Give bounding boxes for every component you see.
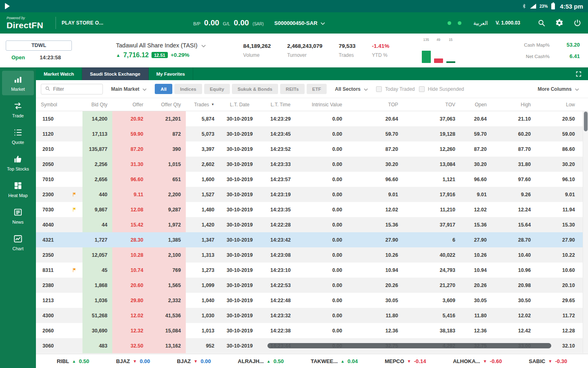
filter-button-etf[interactable]: ETF <box>307 84 327 94</box>
search-icon[interactable] <box>537 19 546 27</box>
cell-top: 12.36 <box>347 323 403 338</box>
cell-top: 20.64 <box>347 111 403 126</box>
tab-saudi-stock-exchange[interactable]: Saudi Stock Exchange <box>82 67 148 80</box>
symbol-label: 2060 <box>42 328 54 334</box>
column-header-intrinsic[interactable]: Intrinsic Value <box>301 98 347 111</box>
ticker-item-sabic[interactable]: SABIC▼-0.30 <box>529 358 567 364</box>
horizontal-scrollbar[interactable] <box>267 343 551 348</box>
ticker-item-mepco[interactable]: MEPCO▼-0.14 <box>385 358 426 364</box>
mini-chart-bar <box>434 58 443 63</box>
table-row-8311[interactable]: 83114510.747691,27330-10-201914:23:100.0… <box>36 263 588 278</box>
cell-symbol: 2010 <box>36 141 82 157</box>
sidebar-item-news[interactable]: News <box>2 204 34 228</box>
table-row-2380[interactable]: 23801,86820.601,5651,09930-10-201914:22:… <box>36 278 588 293</box>
sidebar-item-market[interactable]: Market <box>2 71 34 95</box>
column-header-lt_date[interactable]: L.T. Date <box>219 98 260 111</box>
column-header-open[interactable]: Open <box>460 98 492 111</box>
column-header-lt_time[interactable]: L.T. Time <box>260 98 301 111</box>
table-row-1213[interactable]: 12131,03629.802,3321,04030-10-201914:22:… <box>36 293 588 308</box>
account-number: S000000450-SAR <box>274 20 318 26</box>
filter-search[interactable] <box>41 84 103 94</box>
table-row-4300[interactable]: 430051,26812.0241,5361,03030-10-201914:2… <box>36 308 588 323</box>
ticker-item-ribl[interactable]: RIBL▲0.50 <box>57 358 89 364</box>
table-row-4321[interactable]: 43211,72728.301,3851,34730-10-201914:23:… <box>36 232 588 247</box>
exchange-button[interactable]: TDWL <box>6 40 72 51</box>
cell-top: 96.60 <box>347 172 403 187</box>
column-header-offer[interactable]: Offer <box>112 98 148 111</box>
cell-high: 10.96 <box>492 263 536 278</box>
column-header-high[interactable]: High <box>492 98 536 111</box>
cell-lt_date: 30-10-2019 <box>219 141 260 157</box>
ticker-item-alrajh[interactable]: ALRAJH...▲0.50 <box>238 358 284 364</box>
account-selector[interactable]: S000000450-SAR <box>274 20 325 26</box>
table-row-2350[interactable]: 235012,05710.282,1001,31330-10-201914:23… <box>36 247 588 263</box>
table-row-1120[interactable]: 112017,11359.908725,07330-10-201914:23:4… <box>36 126 588 141</box>
scrollbar-thumb[interactable] <box>584 112 588 131</box>
cell-offer_qty: 15,084 <box>148 323 186 338</box>
settings-gear-icon[interactable] <box>555 19 564 27</box>
column-header-top[interactable]: TOP <box>347 98 403 111</box>
cell-high: 97.60 <box>492 172 536 187</box>
column-header-low[interactable]: Low <box>536 98 580 111</box>
column-header-offer_qty[interactable]: Offer Qty <box>148 98 186 111</box>
ticker-item-bjaz[interactable]: BJAZ▼0.00 <box>177 358 211 364</box>
tab-market-watch[interactable]: Market Watch <box>36 67 82 80</box>
column-header-trades[interactable]: Trades▼ <box>186 98 219 111</box>
table-row-2010[interactable]: 2010135,87787.203903,39730-10-201914:23:… <box>36 141 588 157</box>
cell-intrinsic: 0.00 <box>301 172 347 187</box>
cell-low: 20.50 <box>536 111 580 126</box>
market-status: Open <box>11 54 25 61</box>
filter-button-equity[interactable]: Equity <box>204 84 230 94</box>
language-switch[interactable]: العربية <box>468 18 493 28</box>
table-row-2300[interactable]: 23004409.112,2001,52730-10-201914:23:190… <box>36 187 588 202</box>
stat-value: 2,468,243,079 <box>287 43 322 49</box>
cell-lt_time: 14:23:29 <box>260 111 301 126</box>
selected-market-label[interactable]: PLAY STORE O... <box>62 20 103 26</box>
table-row-2050[interactable]: 20502,25631.301,0152,60230-10-201914:23:… <box>36 157 588 172</box>
filter-button-reits[interactable]: REITs <box>280 84 305 94</box>
cell-open: 30.20 <box>460 157 492 172</box>
cell-open: 59.70 <box>460 126 492 141</box>
cell-lt_time: 14:23:10 <box>260 263 301 278</box>
mini-chart-bar <box>446 61 455 63</box>
sidebar-item-trade[interactable]: Trade <box>2 97 34 122</box>
sidebar-item-quote[interactable]: Quote <box>2 124 34 148</box>
cell-intrinsic: 0.00 <box>301 278 347 293</box>
vertical-scrollbar[interactable] <box>583 111 588 353</box>
column-header-symbol[interactable]: Symbol <box>36 98 82 111</box>
table-row-7030[interactable]: 70309,86712.089,2871,48030-10-201914:23:… <box>36 202 588 217</box>
column-header-tov[interactable]: TOV <box>403 98 460 111</box>
filter-button-indices[interactable]: Indices <box>174 84 202 94</box>
ticker-item-alhoka[interactable]: ALHOKA...▼-0.60 <box>453 358 502 364</box>
cell-lt_time: 14:22:48 <box>260 293 301 308</box>
today-traded-checkbox[interactable]: Today Traded <box>376 86 415 92</box>
more-columns-dropdown[interactable]: More Columns <box>534 84 583 94</box>
up-arrow-icon: ▲ <box>116 53 120 58</box>
cell-trades: 5,073 <box>186 126 219 141</box>
sidebar-item-top-stocks[interactable]: Top Stocks <box>2 150 34 175</box>
table-row-7010[interactable]: 70102,65696.606511,60030-10-201914:23:57… <box>36 172 588 187</box>
filter-input[interactable] <box>53 86 99 92</box>
ticker-item-takwee[interactable]: TAKWEE...▲0.04 <box>311 358 358 364</box>
ticker-item-bjaz[interactable]: BJAZ▼0.00 <box>116 358 150 364</box>
sidebar-item-chart[interactable]: Chart <box>2 230 34 255</box>
cell-lt_time: 14:22:38 <box>260 323 301 338</box>
table-row-1150[interactable]: 115014,20020.9221,2015,87430-10-201914:2… <box>36 111 588 126</box>
market-dropdown[interactable]: Main Market <box>107 84 151 94</box>
sidebar-item-heat-map[interactable]: Heat Map <box>2 177 34 202</box>
index-selector[interactable]: Tadawul All Share Index (TASI) <box>116 42 206 49</box>
cell-symbol: 4300 <box>36 308 82 323</box>
column-header-bid_qty[interactable]: Bid Qty <box>82 98 112 111</box>
hide-suspended-checkbox[interactable]: Hide Suspended <box>419 86 464 92</box>
power-icon[interactable] <box>573 19 581 27</box>
tab-my-favorites[interactable]: My Favorites <box>149 67 193 80</box>
filter-button-sukuk-bonds[interactable]: Sukuk & Bonds <box>232 84 278 94</box>
table-row-2060[interactable]: 206030,69012.3215,0841,01330-10-201914:2… <box>36 323 588 338</box>
sector-dropdown[interactable]: All Sectors <box>331 84 372 94</box>
cell-open: 87.20 <box>460 141 492 157</box>
filter-button-all[interactable]: All <box>155 84 172 94</box>
cell-high: 9.26 <box>492 187 536 202</box>
cell-trades: 952 <box>186 338 219 353</box>
fullscreen-expand-icon[interactable] <box>569 67 588 80</box>
table-row-4040[interactable]: 40404415.421,9721,42030-10-201914:22:280… <box>36 217 588 232</box>
